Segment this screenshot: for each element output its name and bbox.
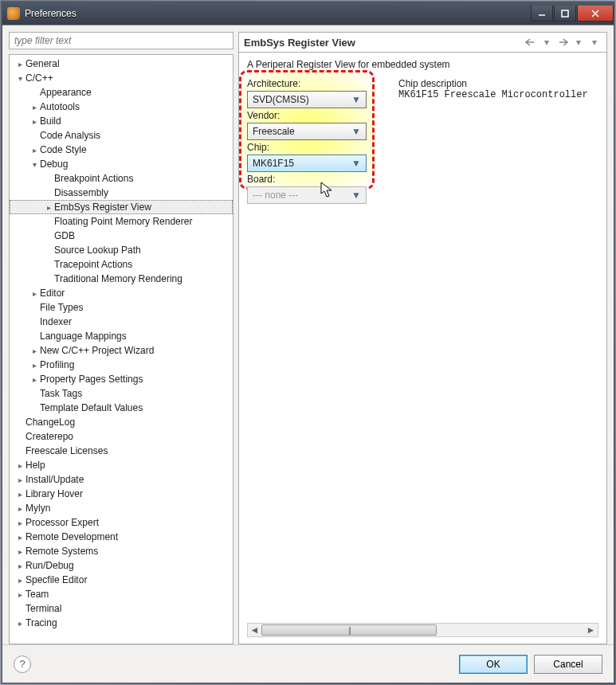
ok-button[interactable]: OK <box>459 655 528 674</box>
horizontal-scrollbar[interactable]: ◄ ||| ► <box>247 623 598 637</box>
tree-item[interactable]: ▸Createrepo <box>10 429 233 444</box>
tree-collapse-icon[interactable]: ▾ <box>14 72 26 84</box>
tree-expand-icon[interactable]: ▸ <box>29 374 40 385</box>
tree-item-label: General <box>26 58 60 69</box>
tree-item[interactable]: ▸Disassembly <box>10 186 233 200</box>
tree-item[interactable]: ▸Language Mappings <box>10 329 233 343</box>
tree-expand-icon[interactable]: ▸ <box>14 560 26 571</box>
tree-item[interactable]: ▸Mylyn <box>10 501 233 515</box>
tree-item[interactable]: ▸Task Tags <box>10 386 233 401</box>
tree-item[interactable]: ▸Terminal <box>10 601 233 616</box>
tree-item[interactable]: ▸Specfile Editor <box>10 573 233 587</box>
tree-item[interactable]: ▸ChangeLog <box>10 415 233 429</box>
chip-description-text: MK61F15 Freescale Microcontroller <box>398 89 588 100</box>
tree-item[interactable]: ▸GDB <box>10 229 233 243</box>
tree-item[interactable]: ▸Team <box>10 587 233 601</box>
tree-item[interactable]: ▸Appearance <box>10 85 233 100</box>
tree-item[interactable]: ▸Breakpoint Actions <box>10 171 233 186</box>
tree-expand-icon[interactable]: ▸ <box>14 574 26 585</box>
tree-expand-icon[interactable]: ▸ <box>14 546 26 557</box>
filter-input[interactable] <box>9 32 233 49</box>
tree-collapse-icon[interactable]: ▾ <box>29 159 40 170</box>
tree-expand-icon[interactable]: ▸ <box>43 202 54 213</box>
preference-tree[interactable]: ▸General▾C/C++▸Appearance▸Autotools▸Buil… <box>9 54 233 644</box>
dropdown-back-icon[interactable]: ▾ <box>539 35 554 49</box>
tree-item[interactable]: ▸Build <box>10 114 233 128</box>
tree-item[interactable]: ▸Source Lookup Path <box>10 243 233 257</box>
tree-item-label: Template Default Values <box>40 402 143 413</box>
tree-item[interactable]: ▸Autotools <box>10 100 233 114</box>
tree-item-label: Createrepo <box>26 431 73 442</box>
tree-item[interactable]: ▸Install/Update <box>10 472 233 487</box>
tree-item-label: Disassembly <box>54 187 108 198</box>
tree-expand-icon[interactable]: ▸ <box>14 488 26 499</box>
tree-item[interactable]: ▾C/C++ <box>10 71 233 85</box>
scroll-track[interactable]: ||| <box>261 624 584 636</box>
scroll-right-icon[interactable]: ► <box>584 624 598 636</box>
tree-item-label: Code Analysis <box>40 130 100 141</box>
tree-item[interactable]: ▸Tracepoint Actions <box>10 257 233 272</box>
tree-expand-icon[interactable]: ▸ <box>29 288 40 299</box>
tree-item[interactable]: ▸Help <box>10 458 233 472</box>
tree-item[interactable]: ▸Code Style <box>10 143 233 157</box>
tree-item[interactable]: ▸Property Pages Settings <box>10 372 233 386</box>
nav-back-icon[interactable] <box>524 35 538 49</box>
tree-expand-icon[interactable]: ▸ <box>14 503 26 514</box>
tree-item[interactable]: ▸Indexer <box>10 315 233 329</box>
tree-item[interactable]: ▸Traditional Memory Rendering <box>10 272 233 286</box>
tree-expand-icon[interactable]: ▸ <box>29 345 40 356</box>
tree-item[interactable]: ▸Tracing <box>10 616 233 630</box>
tree-expand-icon[interactable]: ▸ <box>29 359 40 370</box>
architecture-combo[interactable]: SVD(CMSIS) ▼ <box>247 91 367 108</box>
chip-combo[interactable]: MK61F15 ▼ <box>247 155 367 172</box>
svg-rect-1 <box>562 10 568 17</box>
tree-item[interactable]: ▸General <box>10 57 233 71</box>
tree-item[interactable]: ▸Remote Development <box>10 530 233 544</box>
tree-item[interactable]: ▸Freescale Licenses <box>10 444 233 458</box>
cancel-button[interactable]: Cancel <box>534 655 602 674</box>
tree-item[interactable]: ▸New C/C++ Project Wizard <box>10 343 233 358</box>
chevron-down-icon: ▼ <box>350 94 363 105</box>
titlebar[interactable]: Preferences <box>2 2 614 25</box>
tree-item[interactable]: ▾Debug <box>10 157 233 171</box>
tree-item[interactable]: ▸Library Hover <box>10 487 233 501</box>
tree-item[interactable]: ▸Run/Debug <box>10 558 233 573</box>
tree-expand-icon[interactable]: ▸ <box>14 531 26 542</box>
scroll-thumb[interactable]: ||| <box>261 624 437 636</box>
tree-item[interactable]: ▸File Types <box>10 300 233 315</box>
tree-item-label: Source Lookup Path <box>54 245 141 256</box>
tree-expand-icon[interactable]: ▸ <box>29 115 40 127</box>
tree-expand-icon[interactable]: ▸ <box>14 474 26 485</box>
vendor-combo[interactable]: Freescale ▼ <box>247 123 367 140</box>
tree-item[interactable]: ▸Editor <box>10 286 233 300</box>
close-button[interactable] <box>577 6 614 22</box>
tree-expand-icon[interactable]: ▸ <box>14 58 26 69</box>
tree-expand-icon[interactable]: ▸ <box>29 144 40 155</box>
tree-expand-icon[interactable]: ▸ <box>14 460 26 471</box>
tree-expand-icon[interactable]: ▸ <box>14 617 26 628</box>
help-button[interactable]: ? <box>14 656 31 673</box>
left-pane: ▸General▾C/C++▸Appearance▸Autotools▸Buil… <box>9 32 233 644</box>
tree-expand-icon[interactable]: ▸ <box>29 101 40 112</box>
tree-item-label: ChangeLog <box>26 417 75 428</box>
tree-item[interactable]: ▸Floating Point Memory Renderer <box>10 214 233 229</box>
view-menu-icon[interactable]: ▾ <box>587 35 602 49</box>
tree-item-label: Appearance <box>40 87 92 98</box>
tree-item-label: Indexer <box>40 316 72 327</box>
tree-item-label: Freescale Licenses <box>26 445 108 456</box>
tree-item[interactable]: ▸Processor Expert <box>10 515 233 530</box>
tree-item[interactable]: ▸Remote Systems <box>10 544 233 558</box>
tree-item[interactable]: ▸Template Default Values <box>10 401 233 415</box>
tree-item[interactable]: ▸Code Analysis <box>10 128 233 143</box>
dropdown-forward-icon[interactable]: ▾ <box>571 35 586 49</box>
minimize-button[interactable] <box>531 6 553 22</box>
tree-item-label: Run/Debug <box>26 560 74 571</box>
tree-item[interactable]: ▸Profiling <box>10 358 233 372</box>
nav-forward-icon[interactable] <box>555 35 570 49</box>
tree-item[interactable]: ▸EmbSys Register View <box>10 200 233 214</box>
tree-expand-icon[interactable]: ▸ <box>14 517 26 528</box>
chip-label: Chip: <box>247 142 383 153</box>
scroll-left-icon[interactable]: ◄ <box>248 624 261 636</box>
tree-expand-icon[interactable]: ▸ <box>14 589 26 600</box>
maximize-button[interactable] <box>554 6 576 22</box>
